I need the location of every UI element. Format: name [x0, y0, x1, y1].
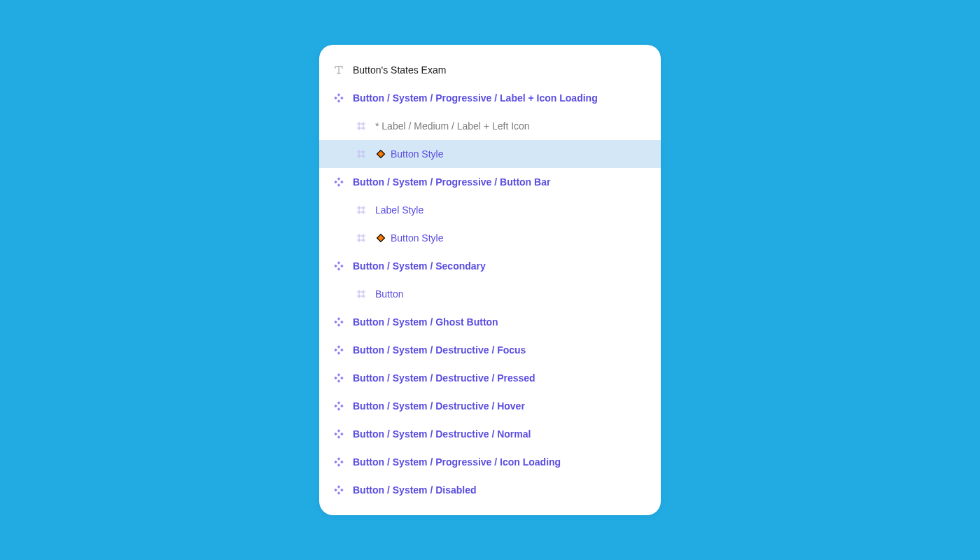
svg-rect-25 — [377, 234, 385, 242]
svg-rect-2 — [334, 97, 337, 100]
layer-label: Button / System / Destructive / Pressed — [353, 373, 536, 383]
svg-rect-16 — [340, 181, 344, 184]
diamond-icon — [375, 148, 386, 160]
svg-rect-29 — [340, 265, 344, 268]
frame-icon — [356, 232, 367, 244]
svg-rect-49 — [340, 405, 344, 408]
svg-rect-37 — [340, 321, 344, 324]
layer-row[interactable]: * Label / Medium / Label + Left Icon — [319, 112, 661, 140]
component-icon — [333, 484, 344, 496]
layer-row[interactable]: Button Style — [319, 224, 661, 252]
svg-rect-45 — [340, 377, 344, 380]
svg-rect-15 — [334, 181, 337, 184]
component-icon — [333, 428, 344, 440]
layer-label: Button / System / Progressive / Label + … — [353, 93, 598, 103]
svg-rect-44 — [334, 377, 337, 380]
layer-row[interactable]: Button / System / Disabled — [319, 476, 661, 504]
svg-rect-54 — [337, 457, 341, 461]
component-icon — [333, 344, 344, 356]
layer-row[interactable]: Button / System / Ghost Button — [319, 308, 661, 336]
svg-rect-14 — [337, 183, 341, 187]
svg-rect-12 — [377, 150, 385, 158]
layer-row[interactable]: Button / System / Secondary — [319, 252, 661, 280]
svg-rect-48 — [334, 405, 337, 408]
svg-rect-28 — [334, 265, 337, 268]
layer-label: Button / System / Destructive / Focus — [353, 345, 526, 355]
svg-rect-50 — [337, 429, 341, 433]
component-icon — [333, 372, 344, 384]
layer-label: * Label / Medium / Label + Left Icon — [375, 121, 530, 131]
layer-label: Label Style — [375, 205, 424, 215]
layer-label: Button / System / Disabled — [353, 485, 477, 495]
component-icon — [333, 456, 344, 468]
svg-rect-41 — [340, 349, 344, 352]
svg-rect-3 — [340, 97, 344, 100]
svg-rect-36 — [334, 321, 337, 324]
layer-row[interactable]: Button / System / Destructive / Normal — [319, 420, 661, 448]
diamond-icon — [375, 232, 386, 244]
svg-rect-46 — [337, 401, 341, 405]
layer-row[interactable]: Button's States Exam — [319, 56, 661, 84]
layer-row[interactable]: Button / System / Destructive / Focus — [319, 336, 661, 364]
svg-rect-39 — [337, 351, 341, 355]
component-icon — [333, 260, 344, 272]
layer-label: Button / System / Destructive / Normal — [353, 429, 531, 439]
svg-rect-27 — [337, 267, 341, 271]
layer-row[interactable]: Button Style — [319, 140, 661, 168]
svg-rect-53 — [340, 433, 344, 436]
frame-icon — [356, 288, 367, 300]
svg-rect-42 — [337, 373, 341, 377]
layer-label: Button Style — [391, 149, 444, 159]
text-icon — [333, 64, 344, 76]
svg-rect-43 — [337, 379, 341, 383]
layer-row[interactable]: Label Style — [319, 196, 661, 224]
layer-label: Button / System / Destructive / Hover — [353, 401, 525, 411]
layers-panel: Button's States ExamButton / System / Pr… — [319, 45, 661, 515]
component-icon — [333, 176, 344, 188]
svg-rect-55 — [337, 463, 341, 467]
layer-row[interactable]: Button / System / Destructive / Pressed — [319, 364, 661, 392]
frame-icon — [356, 204, 367, 216]
layer-row[interactable]: Button / System / Progressive / Label + … — [319, 84, 661, 112]
svg-rect-13 — [337, 177, 341, 181]
layer-label: Button's States Exam — [353, 65, 446, 75]
svg-rect-47 — [337, 407, 341, 411]
svg-rect-34 — [337, 317, 341, 321]
svg-rect-1 — [337, 99, 341, 103]
svg-rect-60 — [334, 489, 337, 492]
svg-rect-57 — [340, 461, 344, 464]
frame-icon — [356, 148, 367, 160]
component-icon — [333, 92, 344, 104]
svg-rect-58 — [337, 485, 341, 489]
layer-label: Button Style — [391, 233, 444, 243]
svg-rect-51 — [337, 435, 341, 439]
svg-rect-26 — [337, 261, 341, 265]
component-icon — [333, 400, 344, 412]
layer-row[interactable]: Button — [319, 280, 661, 308]
svg-rect-59 — [337, 491, 341, 495]
svg-rect-56 — [334, 461, 337, 464]
layer-row[interactable]: Button / System / Progressive / Icon Loa… — [319, 448, 661, 476]
svg-rect-61 — [340, 489, 344, 492]
svg-rect-35 — [337, 323, 341, 327]
layer-row[interactable]: Button / System / Destructive / Hover — [319, 392, 661, 420]
layer-label: Button / System / Secondary — [353, 261, 486, 271]
frame-icon — [356, 120, 367, 132]
layer-row[interactable]: Button / System / Progressive / Button B… — [319, 168, 661, 196]
svg-rect-0 — [337, 93, 341, 97]
layer-label: Button / System / Progressive / Button B… — [353, 177, 550, 187]
component-icon — [333, 316, 344, 328]
layer-label: Button — [375, 289, 403, 299]
svg-rect-52 — [334, 433, 337, 436]
layer-label: Button / System / Ghost Button — [353, 317, 498, 327]
svg-rect-38 — [337, 345, 341, 349]
svg-rect-40 — [334, 349, 337, 352]
layer-label: Button / System / Progressive / Icon Loa… — [353, 457, 561, 467]
